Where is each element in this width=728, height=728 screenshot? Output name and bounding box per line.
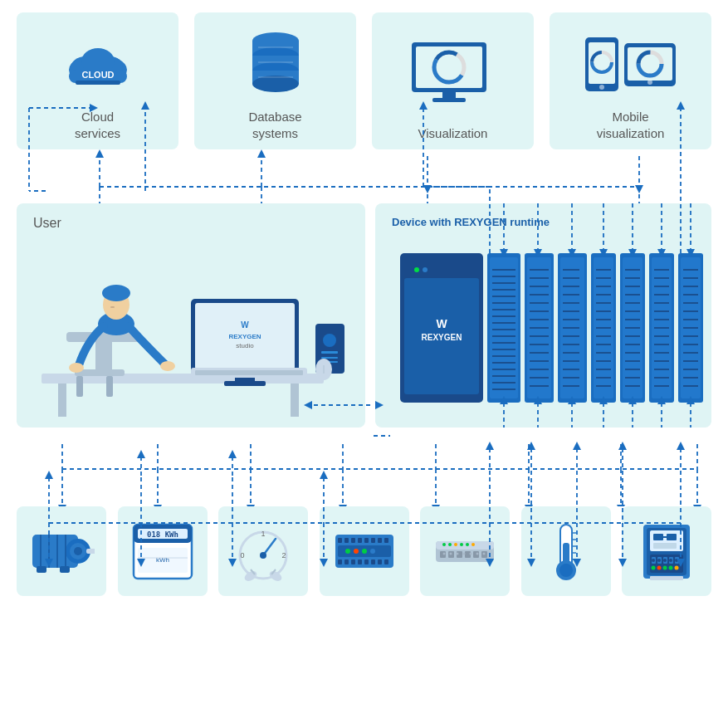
angle-sensor-icon: 0 1 2 xyxy=(230,518,296,584)
thermometer-device-box xyxy=(521,506,611,596)
arrows-top-section xyxy=(17,149,711,203)
database-icon xyxy=(247,31,305,97)
svg-marker-242 xyxy=(154,505,162,506)
svg-rect-302 xyxy=(358,559,362,564)
svg-point-323 xyxy=(460,543,463,546)
svg-rect-345 xyxy=(653,534,663,540)
svg-rect-295 xyxy=(364,538,369,543)
svg-rect-291 xyxy=(338,538,342,543)
svg-text:W: W xyxy=(436,317,447,330)
svg-point-359 xyxy=(675,559,678,562)
svg-point-26 xyxy=(599,85,604,90)
svg-text:studio: studio xyxy=(236,342,254,349)
svg-rect-299 xyxy=(338,559,342,564)
svg-rect-69 xyxy=(224,381,266,386)
svg-rect-53 xyxy=(95,342,112,371)
svg-point-336 xyxy=(559,564,573,577)
main-container: CLOUD Cloudservices xyxy=(0,0,728,728)
svg-point-62 xyxy=(160,361,175,371)
svg-point-362 xyxy=(663,566,667,570)
database-systems-box: Databasesystems xyxy=(194,12,356,149)
svg-point-320 xyxy=(442,543,446,546)
svg-text:018 KWh: 018 KWh xyxy=(147,530,178,539)
svg-point-357 xyxy=(663,559,667,562)
svg-point-322 xyxy=(454,543,457,546)
svg-text:W: W xyxy=(241,320,249,330)
svg-rect-73 xyxy=(321,357,338,359)
svg-marker-254 xyxy=(525,505,533,506)
svg-rect-50 xyxy=(58,384,66,417)
svg-marker-257 xyxy=(617,505,625,506)
svg-rect-272 xyxy=(60,566,70,573)
mobile-visualization-label: Mobilevisualization xyxy=(597,109,665,141)
arrows-bottom-section xyxy=(17,444,711,506)
svg-point-13 xyxy=(252,76,299,92)
visualization-icon-area xyxy=(408,25,499,119)
svg-text:REXYGEN: REXYGEN xyxy=(422,333,462,342)
cloud-icon-area: CLOUD xyxy=(61,25,135,102)
svg-point-324 xyxy=(466,543,469,546)
svg-marker-245 xyxy=(247,505,255,506)
svg-point-311 xyxy=(370,549,375,554)
svg-rect-293 xyxy=(351,538,355,543)
svg-point-328 xyxy=(457,553,459,555)
mobile-visualization-box: Mobilevisualization xyxy=(550,12,711,149)
bottom-arrows-svg xyxy=(17,444,720,506)
svg-rect-72 xyxy=(321,351,338,354)
visualization-icon xyxy=(408,38,499,105)
device-box: Device with REXYGEN runtime W REXYGEN xyxy=(375,203,711,428)
svg-point-84 xyxy=(423,267,428,272)
svg-point-265 xyxy=(74,547,82,555)
svg-rect-300 xyxy=(344,559,349,564)
svg-point-355 xyxy=(652,559,655,562)
user-box: User xyxy=(17,203,365,428)
svg-rect-6 xyxy=(76,81,120,85)
svg-rect-298 xyxy=(384,538,388,543)
svg-marker-261 xyxy=(693,505,701,506)
svg-marker-239 xyxy=(58,505,66,506)
svg-rect-292 xyxy=(344,538,349,543)
svg-rect-86 xyxy=(490,257,518,398)
svg-point-308 xyxy=(345,549,350,554)
motor-icon xyxy=(28,518,95,584)
network-switch-device-box xyxy=(420,506,510,596)
svg-point-329 xyxy=(463,553,466,555)
mobile-icon-area xyxy=(581,25,681,102)
svg-rect-301 xyxy=(351,559,355,564)
visualization-label: Visualization xyxy=(418,125,488,142)
svg-rect-296 xyxy=(371,538,375,543)
svg-rect-271 xyxy=(37,566,46,573)
svg-point-364 xyxy=(675,566,679,570)
svg-point-285 xyxy=(260,552,266,559)
svg-point-83 xyxy=(414,267,419,272)
svg-marker-38 xyxy=(95,149,104,158)
svg-rect-297 xyxy=(378,538,382,543)
svg-point-361 xyxy=(657,566,662,570)
svg-marker-251 xyxy=(432,505,440,506)
svg-rect-266 xyxy=(86,549,95,554)
motor-device-box xyxy=(17,506,106,596)
middle-row: User xyxy=(17,203,711,428)
bottom-devices-row: 018 KWh kWh 0 1 2 xyxy=(12,506,716,596)
database-icon-area xyxy=(247,25,305,102)
svg-text:kWh: kWh xyxy=(156,556,169,564)
svg-rect-304 xyxy=(371,559,375,564)
svg-marker-40 xyxy=(257,149,266,158)
svg-text:CLOUD: CLOUD xyxy=(81,70,114,80)
svg-text:1: 1 xyxy=(261,530,265,538)
visualization-box: Visualization xyxy=(372,12,534,149)
svg-point-358 xyxy=(669,559,672,562)
svg-point-363 xyxy=(669,566,673,570)
svg-rect-365 xyxy=(650,576,683,580)
svg-point-356 xyxy=(657,559,661,562)
svg-point-326 xyxy=(443,553,446,555)
plc-device-box xyxy=(622,506,711,596)
svg-point-360 xyxy=(652,566,656,570)
angle-sensor-device-box: 0 1 2 xyxy=(218,506,308,596)
svg-point-330 xyxy=(470,553,472,555)
meter-device-box: 018 KWh kWh xyxy=(118,506,208,596)
svg-text:0: 0 xyxy=(240,551,244,559)
svg-point-59 xyxy=(102,285,130,301)
svg-rect-55 xyxy=(76,376,83,397)
svg-point-321 xyxy=(448,543,452,546)
